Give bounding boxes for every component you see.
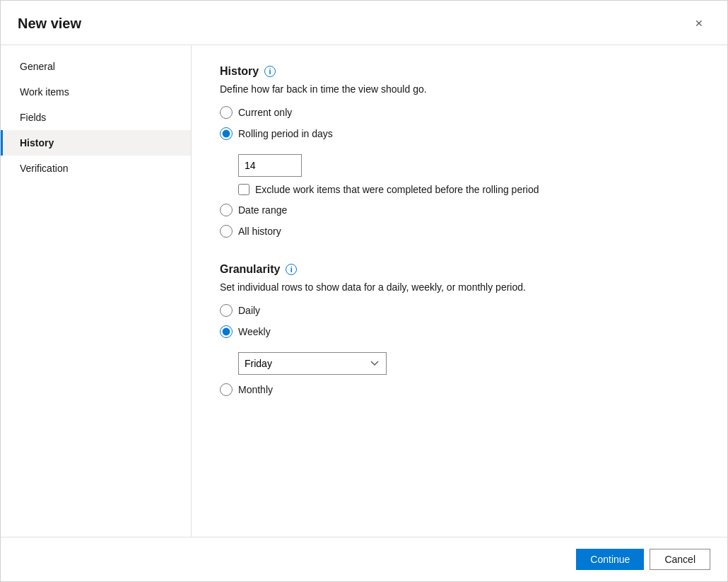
continue-button[interactable]: Continue bbox=[576, 549, 644, 570]
granularity-option-weekly[interactable]: Weekly bbox=[220, 325, 699, 338]
history-description: Define how far back in time the view sho… bbox=[220, 83, 699, 95]
history-section-title: History bbox=[220, 65, 259, 78]
granularity-section: Granularity i Set individual rows to sho… bbox=[220, 263, 699, 396]
history-radio-date-range[interactable] bbox=[220, 204, 233, 216]
history-option-date-range[interactable]: Date range bbox=[220, 204, 699, 216]
granularity-radio-group: Daily Weekly Monday Tuesday Wednesday bbox=[220, 304, 699, 396]
sidebar-item-label-fields: Fields bbox=[20, 112, 46, 123]
history-info-icon[interactable]: i bbox=[264, 66, 276, 77]
granularity-radio-daily[interactable] bbox=[220, 304, 233, 317]
history-label-date-range: Date range bbox=[238, 204, 287, 216]
granularity-section-header: Granularity i bbox=[220, 263, 699, 276]
new-view-dialog: New view ✕ General Work items Fields His… bbox=[0, 0, 728, 582]
granularity-radio-weekly[interactable] bbox=[220, 325, 233, 338]
history-section-header: History i bbox=[220, 65, 699, 78]
dialog-title: New view bbox=[18, 16, 81, 32]
granularity-description: Set individual rows to show data for a d… bbox=[220, 281, 699, 293]
history-radio-group: Current only Rolling period in days bbox=[220, 106, 699, 238]
sidebar-item-general[interactable]: General bbox=[1, 54, 191, 79]
history-option-current-only[interactable]: Current only bbox=[220, 106, 699, 119]
rolling-period-details: Exclude work items that were completed b… bbox=[238, 154, 699, 195]
close-icon: ✕ bbox=[695, 18, 703, 29]
rolling-period-input-wrapper bbox=[238, 154, 699, 177]
history-label-all-history: All history bbox=[238, 226, 281, 237]
dialog-body: General Work items Fields History Verifi… bbox=[1, 45, 727, 537]
history-radio-rolling-period[interactable] bbox=[220, 127, 233, 140]
weekly-day-dropdown[interactable]: Monday Tuesday Wednesday Thursday Friday… bbox=[238, 352, 387, 375]
sidebar-item-work-items[interactable]: Work items bbox=[1, 79, 191, 105]
granularity-option-daily[interactable]: Daily bbox=[220, 304, 699, 317]
sidebar-item-fields[interactable]: Fields bbox=[1, 105, 191, 130]
rolling-period-input[interactable] bbox=[238, 154, 302, 177]
history-option-rolling-period[interactable]: Rolling period in days bbox=[220, 127, 699, 140]
granularity-label-weekly: Weekly bbox=[238, 326, 271, 337]
history-option-all-history[interactable]: All history bbox=[220, 225, 699, 238]
history-label-rolling-period: Rolling period in days bbox=[238, 128, 333, 139]
content-area: History i Define how far back in time th… bbox=[192, 45, 727, 537]
granularity-info-icon[interactable]: i bbox=[286, 264, 297, 275]
sidebar: General Work items Fields History Verifi… bbox=[1, 45, 192, 537]
sidebar-item-label-general: General bbox=[20, 61, 55, 72]
sidebar-item-history[interactable]: History bbox=[1, 130, 191, 156]
granularity-radio-monthly[interactable] bbox=[220, 383, 233, 396]
sidebar-item-label-work-items: Work items bbox=[20, 86, 69, 98]
history-section: History i Define how far back in time th… bbox=[220, 65, 699, 238]
dialog-header: New view ✕ bbox=[1, 1, 727, 45]
exclude-checkbox[interactable] bbox=[238, 184, 249, 195]
history-radio-all-history[interactable] bbox=[220, 225, 233, 238]
dialog-footer: Continue Cancel bbox=[1, 537, 727, 581]
granularity-section-title: Granularity bbox=[220, 263, 280, 276]
history-label-current-only: Current only bbox=[238, 107, 292, 118]
sidebar-item-label-verification: Verification bbox=[20, 163, 68, 174]
granularity-label-monthly: Monthly bbox=[238, 384, 273, 395]
close-button[interactable]: ✕ bbox=[688, 12, 710, 35]
exclude-label: Exclude work items that were completed b… bbox=[255, 184, 539, 195]
history-radio-current-only[interactable] bbox=[220, 106, 233, 119]
granularity-label-daily: Daily bbox=[238, 305, 260, 316]
cancel-button[interactable]: Cancel bbox=[650, 549, 710, 570]
exclude-checkbox-option[interactable]: Exclude work items that were completed b… bbox=[238, 184, 699, 195]
sidebar-item-verification[interactable]: Verification bbox=[1, 156, 191, 181]
granularity-option-monthly[interactable]: Monthly bbox=[220, 383, 699, 396]
weekly-details: Monday Tuesday Wednesday Thursday Friday… bbox=[238, 352, 699, 375]
sidebar-item-label-history: History bbox=[20, 137, 54, 149]
